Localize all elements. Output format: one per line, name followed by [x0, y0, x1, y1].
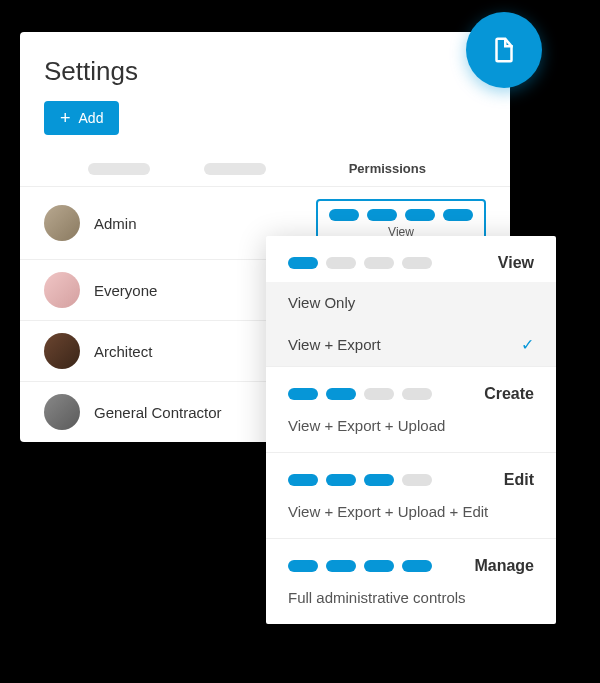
avatar [44, 272, 80, 308]
option-label: View Only [288, 294, 355, 311]
permissions-column-label: Permissions [349, 161, 486, 176]
avatar [44, 205, 80, 241]
permission-group-create: Create View + Export + Upload [266, 366, 556, 452]
permission-group-view: View View Only View + Export ✓ [266, 236, 556, 366]
option-view-only[interactable]: View Only [266, 282, 556, 323]
group-header: Manage [288, 557, 534, 575]
column-placeholder [204, 163, 266, 175]
permissions-dropdown: View View Only View + Export ✓ Create Vi… [266, 236, 556, 624]
group-title: Create [484, 385, 534, 403]
role-name: Architect [94, 343, 152, 360]
avatar [44, 333, 80, 369]
permission-group-manage: Manage Full administrative controls [266, 538, 556, 624]
document-icon [489, 35, 519, 65]
check-icon: ✓ [521, 335, 534, 354]
role-name: Admin [94, 215, 137, 232]
group-title: Manage [474, 557, 534, 575]
add-button[interactable]: + Add [44, 101, 119, 135]
group-title: View [498, 254, 534, 272]
option-view-export[interactable]: View + Export ✓ [266, 323, 556, 366]
option-label: View + Export [288, 336, 381, 353]
page-title: Settings [44, 56, 486, 87]
group-header: View [288, 254, 534, 272]
add-button-label: Add [79, 110, 104, 126]
plus-icon: + [60, 109, 71, 127]
permission-pills [328, 209, 474, 221]
group-description: View + Export + Upload + Edit [288, 499, 534, 522]
group-description: View + Export + Upload [288, 413, 534, 436]
role-name: Everyone [94, 282, 157, 299]
column-placeholder [88, 163, 150, 175]
group-description: Full administrative controls [288, 585, 534, 608]
avatar [44, 394, 80, 430]
group-header: Edit [288, 471, 534, 489]
role-name: General Contractor [94, 404, 222, 421]
permission-group-edit: Edit View + Export + Upload + Edit [266, 452, 556, 538]
card-header: Settings + Add [20, 32, 510, 149]
group-header: Create [288, 385, 534, 403]
group-title: Edit [504, 471, 534, 489]
document-fab[interactable] [466, 12, 542, 88]
table-header: Permissions [20, 149, 510, 186]
